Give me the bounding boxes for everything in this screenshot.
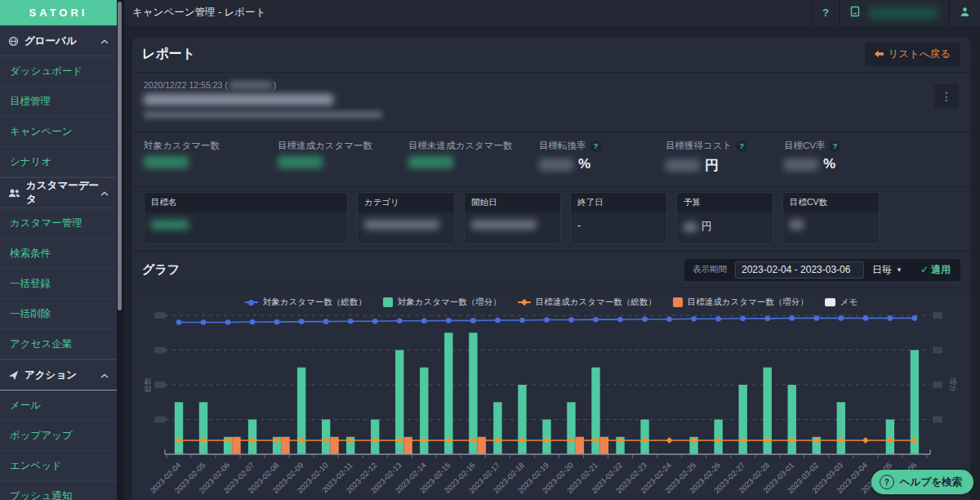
sidebar-group-global[interactable]: グローバル <box>0 25 117 56</box>
sidebar-item-action-2[interactable]: エンベッド <box>0 451 117 481</box>
graph-section-title: グラフ <box>142 262 684 278</box>
sidebar-item-global-2[interactable]: キャンペーン <box>0 117 117 147</box>
page-title: レポート <box>142 46 865 63</box>
campaign-subtitle-redacted <box>144 111 382 118</box>
legend-item-memo: メモ <box>825 297 858 308</box>
stat-value-redacted <box>784 158 818 171</box>
help-search-button[interactable]: ? ヘルプを検索 <box>871 470 973 494</box>
stats-row: 対象カスタマー数目標達成カスタマー数目標未達成カスタマー数目標転換率?%目標獲得… <box>132 132 970 187</box>
stat-value-redacted <box>144 156 189 168</box>
timestamp-close: ) <box>274 80 277 90</box>
sidebar-item-customer-data-2[interactable]: 一括登録 <box>0 269 117 299</box>
field-label: 目標CV数 <box>783 193 879 212</box>
more-options-button[interactable]: ⋮ <box>934 84 959 109</box>
interval-select[interactable]: 日毎 ▼ <box>864 263 911 277</box>
sidebar-scrollbar-track <box>117 0 124 500</box>
stat-value-redacted <box>666 159 700 172</box>
fields-row: 目標名カテゴリ開始日終了日-予算円目標CV数 <box>132 187 970 252</box>
stat-value-redacted <box>278 156 323 168</box>
stat-1: 目標達成カスタマー数 <box>278 140 408 186</box>
sidebar-scrollbar-thumb[interactable] <box>118 2 122 310</box>
topbar-user-button[interactable] <box>949 0 980 25</box>
legend-line-dot-marker <box>245 299 258 306</box>
period-range-input[interactable]: 2023-02-04 - 2023-03-06 <box>735 261 864 279</box>
back-to-list-button[interactable]: リストへ戻る <box>865 42 960 66</box>
legend-item-0: 対象カスタマー数（総数） <box>245 297 367 308</box>
help-tooltip-icon[interactable]: ? <box>829 141 840 152</box>
sidebar-item-customer-data-0[interactable]: カスタマー管理 <box>0 208 117 239</box>
field-2: 開始日 <box>464 192 561 244</box>
organization-icon <box>849 6 861 20</box>
legend-square-marker <box>383 297 393 307</box>
memo-bubble-icon <box>825 298 835 306</box>
field-value: - <box>577 220 581 231</box>
sidebar-item-action-3[interactable]: プッシュ通知 <box>0 481 117 500</box>
sidebar-item-global-0[interactable]: ダッシュボード <box>0 56 117 87</box>
help-tooltip-icon[interactable]: ? <box>736 141 747 152</box>
arrow-left-icon <box>875 49 884 60</box>
field-5: 目標CV数 <box>782 192 880 244</box>
sidebar-item-customer-data-3[interactable]: 一括削除 <box>0 299 117 329</box>
report-panel: レポート リストへ戻る 2020/12/22 12:55:23 ( ) ⋮ 対象… <box>132 37 970 500</box>
legend-item-3: 目標達成カスタマー数（増分） <box>673 297 808 308</box>
brand-logo[interactable]: SATORI <box>0 0 117 25</box>
apply-button[interactable]: ✓ 適用 <box>911 263 960 277</box>
stat-label: 目標未達成カスタマー数 <box>408 140 513 152</box>
legend-item-2: 目標達成カスタマー数（総数） <box>518 297 657 308</box>
report-timestamp: 2020/12/22 12:55:23 ( ) <box>144 80 959 90</box>
y-axis-title-right: 増分 <box>949 377 957 392</box>
sidebar-item-global-3[interactable]: シナリオ <box>0 147 117 177</box>
topbar-help-button[interactable]: ? <box>812 0 839 25</box>
sidebar: SATORI グローバルダッシュボード目標管理キャンペーンシナリオカスタマーデー… <box>0 0 117 500</box>
paper-plane-icon <box>8 370 19 381</box>
stat-label: 目標転換率 <box>539 140 586 152</box>
question-icon: ? <box>822 7 829 19</box>
sidebar-group-label: カスタマーデータ <box>26 179 100 207</box>
field-3: 終了日- <box>570 192 667 244</box>
period-label: 表示期間 <box>684 264 735 275</box>
sidebar-nav: グローバルダッシュボード目標管理キャンペーンシナリオカスタマーデータカスタマー管… <box>0 25 117 500</box>
sidebar-item-global-1[interactable]: 目標管理 <box>0 87 117 117</box>
stat-unit: % <box>578 156 590 172</box>
field-value-redacted <box>364 220 439 230</box>
sidebar-item-customer-data-4[interactable]: アクセス企業 <box>0 329 117 359</box>
stat-3: 目標転換率?% <box>539 140 666 186</box>
period-controls: 表示期間 2023-02-04 - 2023-03-06 日毎 ▼ ✓ 適用 <box>684 259 960 281</box>
stat-label: 目標CV率 <box>784 140 825 152</box>
field-value-redacted <box>151 220 189 230</box>
report-chart: 総数増分2023-02-042023-02-052023-02-062023-0… <box>144 310 960 499</box>
field-label: 終了日 <box>571 193 666 212</box>
sidebar-item-action-1[interactable]: ポップアップ <box>0 421 117 451</box>
field-label: 予算 <box>677 193 773 212</box>
stat-value-redacted <box>408 156 453 168</box>
legend-label: 目標達成カスタマー数（増分） <box>688 297 808 308</box>
report-meta: 2020/12/22 12:55:23 ( ) ⋮ <box>132 73 970 132</box>
help-button-label: ヘルプを検索 <box>900 475 962 489</box>
field-1: カテゴリ <box>357 192 455 244</box>
sidebar-group-label: アクション <box>24 368 100 382</box>
help-tooltip-icon[interactable]: ? <box>590 141 602 152</box>
stat-label: 目標獲得コスト <box>666 140 732 152</box>
chevron-down-icon: ▼ <box>896 266 902 274</box>
chart-bars <box>175 333 919 454</box>
stat-label: 目標達成カスタマー数 <box>278 140 372 152</box>
chart-section: 対象カスタマー数（総数）対象カスタマー数（増分）目標達成カスタマー数（総数）目標… <box>132 288 970 500</box>
check-icon: ✓ <box>920 264 929 275</box>
chart-gridlines <box>165 315 930 420</box>
legend-label: 対象カスタマー数（総数） <box>263 297 367 308</box>
sidebar-item-action-0[interactable]: メール <box>0 391 117 421</box>
field-4: 予算円 <box>676 192 773 244</box>
interval-value: 日毎 <box>872 263 892 277</box>
chart-line <box>176 315 917 325</box>
account-name-redacted <box>867 7 939 20</box>
field-0: 目標名 <box>144 192 348 244</box>
sidebar-item-customer-data-1[interactable]: 検索条件 <box>0 239 117 269</box>
y-axis-title-left: 総数 <box>144 377 152 393</box>
sidebar-group-action[interactable]: アクション <box>0 359 117 391</box>
breadcrumb: キャンペーン管理 - レポート <box>124 6 812 20</box>
sidebar-group-customer-data[interactable]: カスタマーデータ <box>0 177 117 208</box>
stat-label: 対象カスタマー数 <box>144 140 220 152</box>
chart-x-labels: 2023-02-042023-02-052023-02-062023-02-07… <box>148 461 918 495</box>
topbar-account[interactable] <box>839 0 949 25</box>
user-icon <box>960 6 970 20</box>
